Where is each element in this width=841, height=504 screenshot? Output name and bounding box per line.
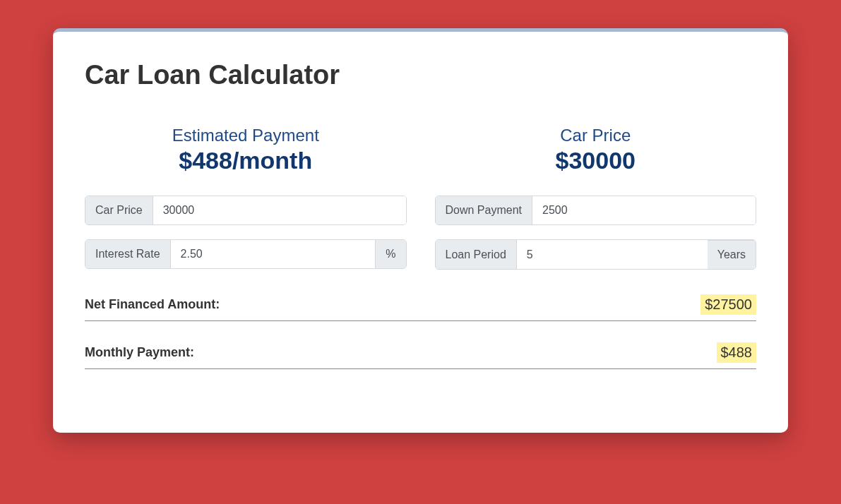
calculator-card: Car Loan Calculator Estimated Payment $4… xyxy=(53,28,788,433)
input-row-2: Interest Rate % Loan Period Years xyxy=(85,239,756,270)
car-price-summary-value: $30000 xyxy=(435,147,757,174)
car-price-input[interactable] xyxy=(153,196,406,224)
estimated-payment-label: Estimated Payment xyxy=(85,126,407,145)
loan-period-label: Loan Period xyxy=(436,240,517,269)
monthly-payment-value: $488 xyxy=(717,342,757,363)
loan-period-group: Loan Period Years xyxy=(435,239,757,270)
monthly-payment-label: Monthly Payment: xyxy=(85,345,194,360)
results-section: Net Financed Amount: $27500 Monthly Paym… xyxy=(85,294,756,369)
net-financed-row: Net Financed Amount: $27500 xyxy=(85,294,756,321)
interest-rate-group: Interest Rate % xyxy=(85,239,407,269)
interest-rate-input[interactable] xyxy=(171,240,376,268)
interest-rate-unit: % xyxy=(375,240,405,268)
car-price-summary-label: Car Price xyxy=(435,126,757,145)
car-price-summary-box: Car Price $30000 xyxy=(435,126,757,174)
monthly-payment-row: Monthly Payment: $488 xyxy=(85,342,756,369)
down-payment-label: Down Payment xyxy=(436,196,533,224)
estimated-payment-value: $488/month xyxy=(85,147,407,174)
down-payment-input[interactable] xyxy=(532,196,756,224)
interest-rate-label: Interest Rate xyxy=(85,240,171,268)
loan-period-unit: Years xyxy=(708,240,756,269)
input-row-1: Car Price Down Payment xyxy=(85,196,756,225)
car-price-group: Car Price xyxy=(85,196,407,225)
estimated-payment-box: Estimated Payment $488/month xyxy=(85,126,407,174)
net-financed-value: $27500 xyxy=(700,294,756,315)
summary-row: Estimated Payment $488/month Car Price $… xyxy=(85,126,756,174)
net-financed-label: Net Financed Amount: xyxy=(85,297,220,312)
down-payment-group: Down Payment xyxy=(435,196,757,225)
car-price-label: Car Price xyxy=(85,196,153,224)
page-title: Car Loan Calculator xyxy=(85,60,756,90)
loan-period-input[interactable] xyxy=(517,240,708,269)
